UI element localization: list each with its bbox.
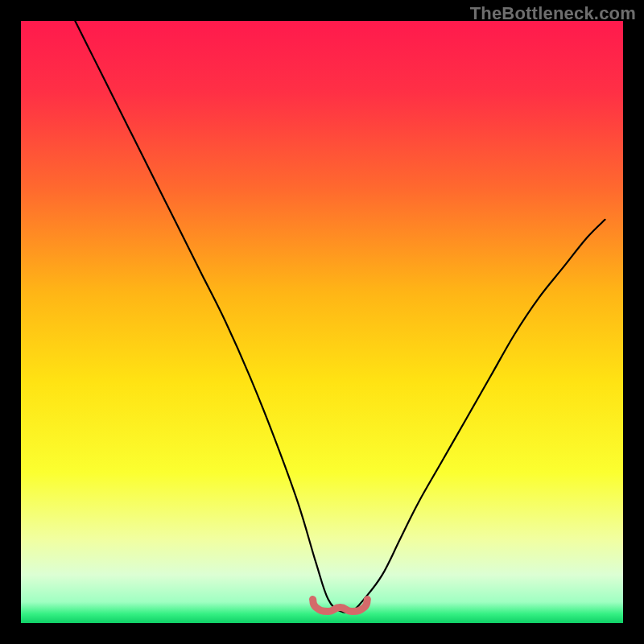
- watermark-text: TheBottleneck.com: [470, 3, 636, 24]
- chart-container: TheBottleneck.com: [0, 0, 644, 644]
- bottleneck-chart: [0, 0, 644, 644]
- gradient-background: [21, 21, 623, 623]
